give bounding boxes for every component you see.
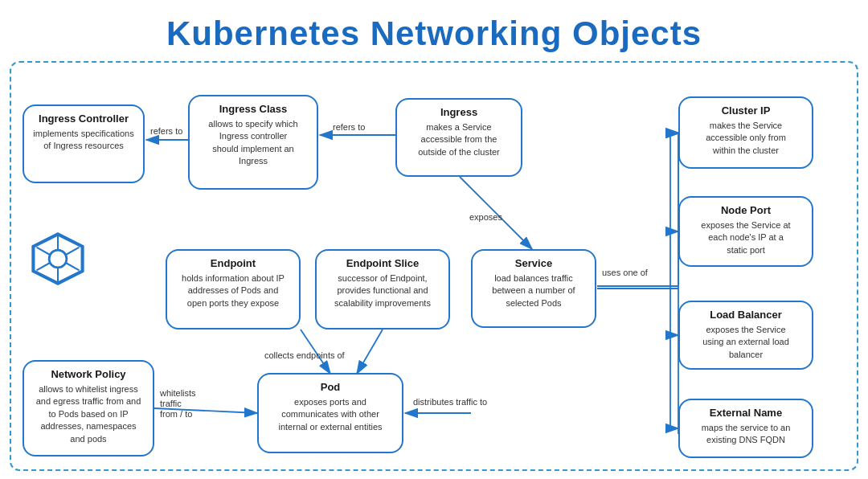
svg-line-30 — [154, 408, 257, 413]
node-port-box: Node Port exposes the Service ateach nod… — [678, 196, 813, 267]
ingress-controller-box: Ingress Controller implements specificat… — [23, 104, 145, 183]
collects-endpoints-label: collects endpoints of — [264, 350, 346, 360]
node-port-desc: exposes the Service ateach node's IP at … — [688, 219, 804, 256]
endpoint-slice-title: Endpoint Slice — [325, 257, 440, 269]
ingress-class-box: Ingress Class allows to specify whichIng… — [188, 95, 318, 190]
service-title: Service — [481, 257, 587, 269]
refers-to-label-1: refers to — [150, 126, 182, 136]
svg-line-11 — [460, 177, 532, 249]
external-name-box: External Name maps the service to anexis… — [678, 399, 813, 458]
endpoint-slice-box: Endpoint Slice successor of Endpoint,pro… — [315, 249, 450, 330]
load-balancer-desc: exposes the Serviceusing an external loa… — [688, 324, 804, 361]
ingress-box: Ingress makes a Serviceaccessible from t… — [395, 98, 522, 177]
cluster-ip-desc: makes the Serviceaccessible only fromwit… — [688, 120, 804, 157]
endpoint-desc: holds information about IPaddresses of P… — [175, 272, 291, 309]
main-container: Ingress Controller implements specificat… — [10, 61, 858, 471]
network-policy-title: Network Policy — [32, 368, 145, 380]
endpoint-title: Endpoint — [175, 257, 291, 269]
traffic-from-to-label2: from / to — [160, 409, 192, 419]
pod-desc: exposes ports andcommunicates with other… — [267, 396, 394, 433]
cluster-ip-title: Cluster IP — [688, 104, 804, 117]
pod-box: Pod exposes ports andcommunicates with o… — [257, 373, 403, 453]
cluster-ip-box: Cluster IP makes the Serviceaccessible o… — [678, 96, 813, 169]
ingress-class-desc: allows to specify whichIngress controlle… — [198, 118, 309, 168]
ingress-class-title: Ingress Class — [198, 103, 309, 115]
ingress-title: Ingress — [405, 106, 513, 118]
svg-point-1 — [49, 250, 67, 268]
external-name-title: External Name — [688, 407, 804, 419]
svg-line-28 — [357, 330, 383, 374]
endpoint-box: Endpoint holds information about IPaddre… — [166, 249, 301, 330]
svg-line-27 — [301, 330, 330, 374]
refers-to-label-2: refers to — [333, 122, 365, 132]
network-policy-box: Network Policy allows to whitelist ingre… — [23, 360, 154, 456]
external-name-desc: maps the service to anexisting DNS FQDN — [688, 422, 804, 447]
k8s-logo-icon — [31, 231, 85, 286]
svg-line-7 — [66, 248, 80, 256]
whitelists-label: whitelists — [159, 388, 196, 398]
service-box: Service load balances trafficbetween a n… — [471, 249, 596, 328]
load-balancer-title: Load Balancer — [688, 309, 804, 321]
uses-one-of-label: uses one of — [602, 268, 649, 277]
exposes-label: exposes — [469, 212, 502, 222]
network-policy-desc: allows to whitelist ingressand egress tr… — [32, 383, 145, 445]
node-port-title: Node Port — [688, 204, 804, 216]
page-title: Kubernetes Networking Objects — [0, 0, 868, 61]
ingress-controller-title: Ingress Controller — [32, 113, 135, 125]
ingress-controller-desc: implements specificationsof Ingress reso… — [32, 128, 135, 153]
endpoint-slice-desc: successor of Endpoint,provides functiona… — [325, 272, 440, 309]
ingress-desc: makes a Serviceaccessible from theoutsid… — [405, 121, 513, 158]
svg-line-5 — [66, 263, 80, 271]
load-balancer-box: Load Balancer exposes the Serviceusing a… — [678, 301, 813, 370]
service-desc: load balances trafficbetween a number of… — [481, 272, 587, 309]
pod-title: Pod — [267, 381, 394, 393]
svg-line-6 — [36, 263, 50, 271]
distributes-traffic-label: distributes traffic to — [413, 397, 487, 407]
svg-line-4 — [36, 248, 50, 256]
traffic-from-to-label: traffic — [160, 399, 182, 408]
